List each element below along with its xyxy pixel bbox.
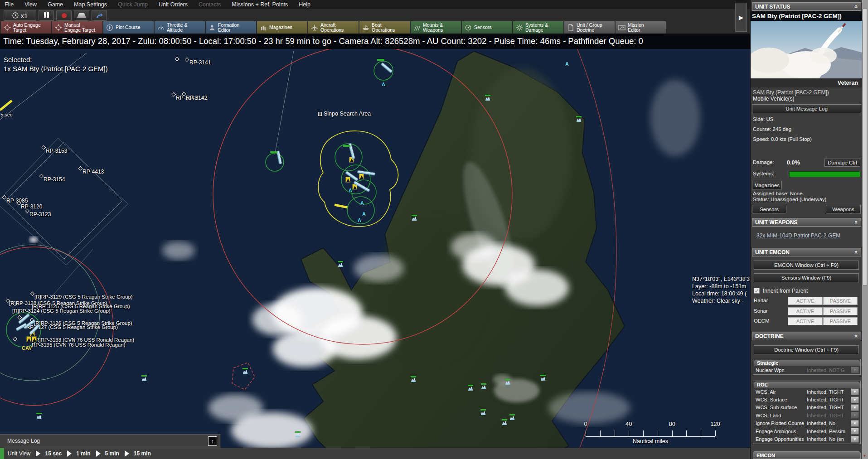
panel-header-unit-emcon[interactable]: UNIT EMCON«	[752, 248, 861, 256]
toolbar-button-mission[interactable]: Mission Editor	[616, 21, 666, 34]
time-step-1-min[interactable]: 1 min	[76, 450, 90, 457]
land-unit-icon[interactable]	[501, 419, 508, 425]
doctrine-row-wcs-sub-surface: WCS, Sub-surfaceInherited, TIGHT▾	[754, 404, 860, 411]
emcon-passive-button-radar[interactable]: PASSIVE	[823, 297, 858, 305]
map-viewport[interactable]: Selected: 1x SAM Bty (Patriot [PAC-2 GEM…	[0, 34, 750, 448]
menu-item-quick-jump[interactable]: Quick Jump	[118, 1, 148, 8]
time-step-15-min[interactable]: 15 min	[134, 450, 151, 457]
unit-link[interactable]: SAM Bty (Patriot [PAC-2 GEM])	[753, 89, 829, 96]
dropdown-chevron-icon[interactable]: ▾	[851, 388, 859, 395]
land-unit-icon[interactable]	[480, 383, 487, 389]
weapons-button[interactable]: Weapons	[826, 205, 861, 213]
panel-header-emcon-footer[interactable]: EMCON	[753, 451, 861, 459]
inherit-from-parent-checkbox[interactable]: ✓	[754, 288, 760, 294]
panel-header-unit-weapons[interactable]: UNIT WEAPONS«	[752, 218, 861, 227]
sensors-button[interactable]: Sensors	[752, 205, 786, 213]
toolbar-button-systems-[interactable]: Systems & Damage	[513, 21, 563, 34]
land-unit-icon[interactable]	[480, 409, 486, 415]
panel-header-unit-status[interactable]: UNIT STATUS«	[752, 2, 861, 11]
land-unit-icon[interactable]	[141, 375, 147, 381]
dropdown-chevron-icon[interactable]: ▾	[851, 404, 859, 411]
toolbar-button-magazines[interactable]: Magazines	[257, 21, 307, 34]
record-button[interactable]	[56, 10, 72, 21]
emcon-passive-button-oecm[interactable]: PASSIVE	[823, 317, 858, 325]
toolbar-button-manual[interactable]: Manual Engage Target	[52, 21, 102, 34]
land-unit-icon[interactable]	[504, 379, 511, 385]
emcon-passive-button-sonar[interactable]: PASSIVE	[823, 307, 858, 315]
toolbar-button-unit-group[interactable]: Unit / Group Doctrine	[564, 21, 615, 34]
menu-item-help[interactable]: Help	[299, 1, 310, 8]
message-log-expand-button[interactable]: ↑	[208, 436, 217, 446]
toolbar-button-auto-engage[interactable]: Auto Engage Target	[1, 21, 51, 34]
reference-point-label: [R]RP-3124 (CSG 5 Reagan Strike Group)	[12, 308, 111, 314]
land-unit-icon[interactable]	[576, 116, 582, 122]
dropdown-chevron-icon[interactable]: ▾	[851, 428, 859, 435]
toolbar-button-mounts-[interactable]: Mounts & Weapons	[411, 21, 461, 34]
play-triangle-icon[interactable]	[67, 450, 72, 457]
mounts-icon	[413, 24, 421, 31]
reference-point-label: RP-3154	[44, 176, 65, 183]
time-step-15-sec[interactable]: 15 sec	[45, 450, 62, 457]
toolbar-button-boat[interactable]: Boat Operations	[359, 21, 410, 34]
magazines-button[interactable]: Magazines	[752, 181, 782, 189]
sensors-window-button[interactable]: Sensors Window (F9)	[754, 273, 859, 282]
jump-button[interactable]	[92, 10, 107, 21]
speed-indicator-chip	[0, 448, 4, 459]
datum-marker[interactable]	[32, 336, 37, 342]
dropdown-chevron-icon[interactable]: ▾	[851, 396, 859, 403]
sidebar-scrollbar[interactable]: ▼	[862, 0, 868, 459]
dropdown-chevron-icon[interactable]: ▾	[851, 436, 859, 443]
toolbar-button-formation[interactable]: Formation Editor	[206, 21, 256, 34]
layers-button[interactable]	[74, 10, 89, 21]
scroll-down-icon[interactable]: ▼	[863, 454, 867, 458]
datum-marker[interactable]	[359, 174, 364, 179]
land-unit-icon[interactable]	[467, 385, 474, 391]
time-status-bar: Time: Tuesday, February 28, 2017 - Zulu:…	[0, 34, 750, 49]
toolbar-button-throttle-[interactable]: Throttle & Altitude	[155, 21, 205, 34]
sidebar-expand-button[interactable]: ▶	[735, 3, 747, 32]
play-triangle-icon[interactable]	[96, 450, 101, 457]
toolbar-button-plot-course[interactable]: Plot Course	[103, 21, 154, 34]
time-step-5-min[interactable]: 5 min	[105, 450, 119, 457]
weapon-link[interactable]: 32x MIM-104D Patriot PAC-2 GEM	[756, 232, 840, 239]
land-unit-icon[interactable]	[509, 414, 515, 420]
menu-item-map-settings[interactable]: Map Settings	[74, 1, 107, 8]
emcon-active-button-sonar[interactable]: ACTIVE	[788, 307, 823, 315]
emcon-active-button-oecm[interactable]: ACTIVE	[788, 317, 823, 325]
damage-ctrl-button[interactable]: Damage Ctrl	[824, 159, 860, 167]
scale-tick	[686, 430, 687, 436]
toolbar-button-aircraft[interactable]: Aircraft Operations	[308, 21, 359, 34]
message-log-bar[interactable]: Message Log ↑	[0, 434, 221, 448]
land-unit-icon[interactable]	[410, 376, 417, 382]
scrollbar-thumb[interactable]	[863, 8, 867, 285]
menu-item-unit-orders[interactable]: Unit Orders	[159, 1, 188, 8]
land-unit-icon[interactable]	[242, 368, 248, 374]
land-unit-icon[interactable]	[411, 215, 417, 221]
menu-item-missions-ref-points[interactable]: Missions + Ref. Points	[232, 1, 288, 8]
menu-item-view[interactable]: View	[24, 1, 37, 8]
emcon-window-button[interactable]: EMCON Window (Ctrl + F9)	[754, 261, 859, 270]
toolbar-button-sensors[interactable]: Sensors	[462, 21, 512, 34]
menu-item-file[interactable]: File	[5, 1, 14, 8]
land-unit-icon[interactable]	[36, 413, 42, 419]
doctrine-row-engage-opportunities: Engage OpportunitiesInherited, No (en▾	[754, 435, 860, 443]
cursor-layer: Layer: -88m to -151m	[692, 283, 750, 290]
land-unit-icon[interactable]	[295, 431, 301, 437]
land-unit-icon[interactable]	[540, 375, 546, 381]
pause-button[interactable]	[39, 10, 54, 21]
land-unit-icon[interactable]	[337, 261, 344, 267]
emcon-active-button-radar[interactable]: ACTIVE	[788, 297, 823, 305]
panel-header-doctrine[interactable]: DOCTRINE«	[752, 332, 861, 340]
datum-marker[interactable]	[26, 336, 31, 342]
datum-marker[interactable]	[345, 177, 350, 183]
time-compression-button[interactable]: x1	[4, 10, 36, 21]
doctrine-window-button[interactable]: Doctrine Window (Ctrl + F9)	[754, 345, 859, 354]
play-triangle-icon[interactable]	[125, 450, 129, 457]
unit-message-log-button[interactable]: Unit Message Log	[752, 104, 861, 113]
play-triangle-icon[interactable]	[36, 450, 40, 457]
dropdown-chevron-icon[interactable]: ▾	[851, 420, 859, 427]
menu-item-game[interactable]: Game	[48, 1, 63, 8]
land-unit-icon[interactable]	[485, 95, 491, 101]
menu-item-contacts[interactable]: Contacts	[199, 1, 221, 8]
doctrine-label: WCS, Sub-surface	[756, 405, 807, 410]
